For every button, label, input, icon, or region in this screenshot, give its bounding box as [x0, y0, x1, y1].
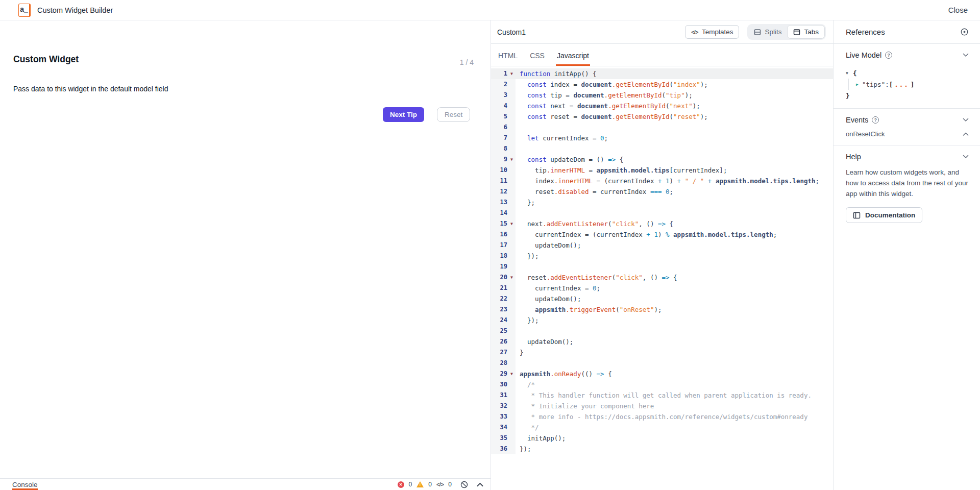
- splits-mode-button[interactable]: Splits: [748, 25, 787, 39]
- code-line[interactable]: 34 */: [491, 422, 833, 433]
- fold-gutter: [510, 326, 516, 336]
- line-number: 19: [491, 261, 510, 272]
- code-line[interactable]: 7 let currentIndex = 0;: [491, 133, 833, 143]
- console-warning-icon: !: [416, 481, 424, 487]
- fold-gutter: [510, 411, 516, 422]
- next-tip-button[interactable]: Next Tip: [383, 107, 424, 122]
- line-number: 3: [491, 90, 510, 101]
- code-line[interactable]: 24 });: [491, 315, 833, 326]
- code-line[interactable]: 25: [491, 326, 833, 336]
- fold-arrow-icon[interactable]: ▼: [510, 218, 516, 229]
- fold-arrow-icon[interactable]: ▼: [510, 272, 516, 283]
- code-line[interactable]: 32 * Initialize your component here: [491, 401, 833, 411]
- code-line[interactable]: 9▼ const updateDom = () => {: [491, 154, 833, 165]
- widget-preview-panel: Custom Widget 1 / 4 Pass data to this wi…: [0, 20, 491, 490]
- code-line[interactable]: 27}: [491, 347, 833, 358]
- code-line[interactable]: 16 currentIndex = (currentIndex + 1) % a…: [491, 229, 833, 240]
- code-line[interactable]: 21 currentIndex = 0;: [491, 283, 833, 293]
- line-number: 9: [491, 154, 510, 165]
- code-editor[interactable]: 1▼function initApp() {2 const index = do…: [491, 66, 833, 490]
- console-tab[interactable]: Console: [12, 479, 38, 490]
- focus-icon[interactable]: [960, 28, 969, 36]
- fold-gutter: [510, 111, 516, 122]
- live-model-help-icon[interactable]: ?: [885, 52, 892, 59]
- line-number: 22: [491, 293, 510, 304]
- event-collapse-up-icon[interactable]: [963, 132, 969, 136]
- clear-console-icon[interactable]: [460, 481, 468, 488]
- code-line[interactable]: 20▼ reset.addEventListener("click", () =…: [491, 272, 833, 283]
- collapsed-array-dots[interactable]: ...: [894, 81, 909, 88]
- line-number: 26: [491, 336, 510, 347]
- code-line[interactable]: 12 reset.disabled = currentIndex === 0;: [491, 186, 833, 197]
- code-line[interactable]: 18 });: [491, 251, 833, 261]
- code-line[interactable]: 6: [491, 122, 833, 133]
- documentation-button[interactable]: Documentation: [846, 207, 922, 223]
- code-line[interactable]: 13 };: [491, 197, 833, 208]
- code-line[interactable]: 5 const reset = document.getElementById(…: [491, 111, 833, 122]
- code-line-text: [516, 326, 520, 336]
- page-title: Custom Widget Builder: [37, 6, 113, 14]
- fold-arrow-icon[interactable]: ▼: [510, 154, 516, 165]
- event-item-onresetclick[interactable]: onResetClick: [846, 130, 969, 138]
- code-line[interactable]: 31 * This handler function will get call…: [491, 390, 833, 401]
- code-line[interactable]: 19: [491, 261, 833, 272]
- code-line[interactable]: 4 const next = document.getElementById("…: [491, 101, 833, 111]
- code-line[interactable]: 11 index.innerHTML = (currentIndex + 1) …: [491, 176, 833, 186]
- book-icon: [853, 212, 861, 219]
- references-panel: References Live Model ? ▼ { ▶: [833, 20, 980, 490]
- code-line[interactable]: 8: [491, 143, 833, 154]
- templates-button[interactable]: </> Templates: [685, 25, 739, 39]
- code-line[interactable]: 15▼ next.addEventListener("click", () =>…: [491, 218, 833, 229]
- live-model-collapse-icon[interactable]: [963, 53, 969, 57]
- line-number: 7: [491, 133, 510, 143]
- layout-mode-switch: Splits Tabs: [747, 24, 826, 40]
- code-line[interactable]: 17 updateDom();: [491, 240, 833, 251]
- fold-arrow-icon[interactable]: ▼: [510, 369, 516, 379]
- expand-console-icon[interactable]: [477, 482, 483, 487]
- code-line[interactable]: 23 appsmith.triggerEvent("onReset");: [491, 304, 833, 315]
- code-line-text: updateDom();: [516, 336, 573, 347]
- close-button[interactable]: Close: [948, 6, 968, 14]
- fold-gutter: [510, 208, 516, 218]
- code-line[interactable]: 35 initApp();: [491, 433, 833, 444]
- tab-html[interactable]: HTML: [497, 52, 519, 66]
- fold-gutter: [510, 304, 516, 315]
- line-number: 2: [491, 79, 510, 90]
- code-line-text: tip.innerHTML = appsmith.model.tips[curr…: [516, 165, 727, 176]
- events-help-icon[interactable]: ?: [872, 116, 879, 124]
- code-line[interactable]: 30 /*: [491, 379, 833, 390]
- expand-arrow-icon[interactable]: ▶: [856, 82, 862, 87]
- code-line[interactable]: 10 tip.innerHTML = appsmith.model.tips[c…: [491, 165, 833, 176]
- line-number: 28: [491, 358, 510, 369]
- fold-gutter: [510, 358, 516, 369]
- tabs-icon: [793, 29, 800, 36]
- code-line-text: index.innerHTML = (currentIndex + 1) + "…: [516, 176, 819, 186]
- code-line[interactable]: 1▼function initApp() {: [491, 68, 833, 79]
- code-line-text: * Initialize your component here: [516, 401, 654, 411]
- fold-arrow-icon[interactable]: ▼: [510, 68, 516, 79]
- code-line-text: updateDom();: [516, 293, 581, 304]
- code-line[interactable]: 33 * more info - https://docs.appsmith.c…: [491, 411, 833, 422]
- line-number: 33: [491, 411, 510, 422]
- reset-button[interactable]: Reset: [437, 107, 470, 122]
- code-line[interactable]: 14: [491, 208, 833, 218]
- line-number: 6: [491, 122, 510, 133]
- code-line[interactable]: 26 updateDom();: [491, 336, 833, 347]
- code-line[interactable]: 2 const index = document.getElementById(…: [491, 79, 833, 90]
- help-collapse-icon[interactable]: [963, 155, 969, 159]
- tab-javascript[interactable]: Javascript: [556, 52, 590, 66]
- code-line[interactable]: 29▼appsmith.onReady(() => {: [491, 369, 833, 379]
- code-line[interactable]: 3 const tip = document.getElementById("t…: [491, 90, 833, 101]
- code-line[interactable]: 22 updateDom();: [491, 293, 833, 304]
- code-line[interactable]: 28: [491, 358, 833, 369]
- tabs-mode-button[interactable]: Tabs: [787, 25, 825, 39]
- line-number: 30: [491, 379, 510, 390]
- fold-gutter: [510, 283, 516, 293]
- collapse-arrow-icon[interactable]: ▼: [846, 71, 853, 76]
- fold-gutter: [510, 165, 516, 176]
- tab-css[interactable]: CSS: [529, 52, 546, 66]
- code-line-text: }: [516, 347, 524, 358]
- fold-gutter: [510, 133, 516, 143]
- events-collapse-icon[interactable]: [963, 118, 969, 122]
- code-line[interactable]: 36});: [491, 444, 833, 454]
